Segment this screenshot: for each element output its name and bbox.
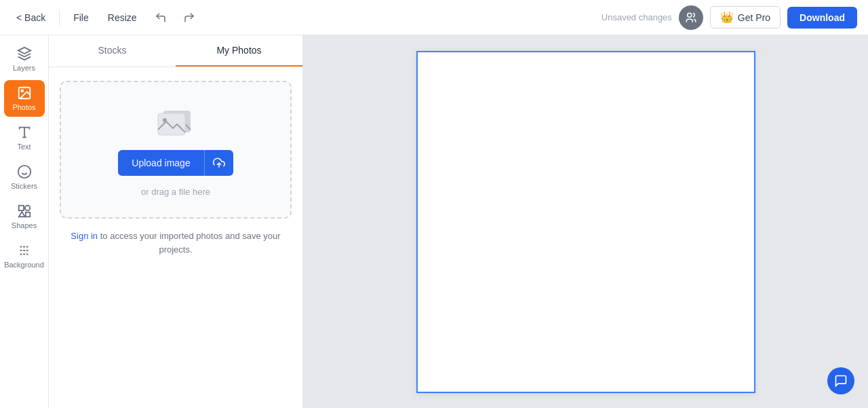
unsaved-changes-text: Unsaved changes [601,12,672,22]
svg-rect-12 [25,212,29,217]
background-label: Background [4,261,44,269]
svg-point-10 [24,206,29,210]
sidebar-item-stickers[interactable]: Stickers [4,159,45,196]
file-button[interactable]: File [68,10,94,26]
cloud-upload-icon [213,157,225,169]
redo-button[interactable] [179,7,199,28]
sidebar-item-shapes[interactable]: Shapes [4,198,45,235]
svg-rect-9 [18,206,23,210]
svg-point-6 [18,166,30,178]
signin-note: Sign in to access your imported photos a… [60,229,292,256]
stickers-label: Stickers [11,182,37,190]
layers-icon [17,46,32,61]
background-icon [17,243,32,258]
photos-icon [17,86,32,100]
svg-marker-11 [18,212,24,217]
upload-image-button[interactable]: Upload image [118,150,203,176]
canvas-document [416,51,755,393]
redo-icon [183,12,195,24]
layers-label: Layers [13,64,35,72]
topbar-divider [59,10,60,26]
sidebar-item-background[interactable]: Background [4,238,45,274]
shapes-label: Shapes [12,221,37,229]
download-button[interactable]: Download [787,7,857,29]
stickers-icon [17,164,32,179]
sidebar-item-text[interactable]: Text [4,119,45,156]
get-pro-label: Get Pro [738,12,770,23]
svg-point-3 [21,90,23,92]
upload-icon-area [154,103,197,139]
icon-sidebar: Layers Photos Text Stickers Shapes Backg… [0,35,49,408]
back-label: < Back [16,12,45,23]
panel: Stocks My Photos [49,35,303,408]
chat-icon [834,374,848,388]
text-icon [17,125,32,140]
tab-stocks[interactable]: Stocks [49,35,176,67]
svg-marker-1 [18,48,30,54]
main-area: Layers Photos Text Stickers Shapes Backg… [0,35,868,408]
signin-link[interactable]: Sign in [71,231,100,241]
text-label: Text [17,143,31,151]
photos-label: Photos [12,103,35,111]
canvas-area [303,35,868,408]
people-icon [685,12,697,24]
upload-cloud-button[interactable] [204,150,233,176]
topbar-left: < Back File Resize [11,7,199,28]
svg-point-0 [688,13,692,17]
undo-button[interactable] [151,7,171,28]
shapes-icon [17,204,32,219]
back-button[interactable]: < Back [11,10,51,26]
upload-zone: Upload image or drag a file here [60,81,292,219]
avatar-button[interactable] [679,5,703,30]
undo-icon [155,12,167,24]
sidebar-item-layers[interactable]: Layers [4,41,45,77]
get-pro-button[interactable]: 👑 Get Pro [710,6,781,29]
resize-button[interactable]: Resize [102,10,142,26]
topbar-right: Unsaved changes 👑 Get Pro Download [601,5,857,30]
chat-button[interactable] [827,367,854,394]
crown-icon: 👑 [720,11,734,24]
topbar: < Back File Resize Unsaved changes 👑 Get… [0,0,868,35]
tab-my-photos[interactable]: My Photos [176,35,302,67]
svg-rect-18 [158,113,185,135]
upload-button-row: Upload image [118,150,233,176]
panel-tabs: Stocks My Photos [49,35,302,67]
sidebar-item-photos[interactable]: Photos [4,80,45,117]
drag-text: or drag a file here [141,187,210,197]
panel-content: Upload image or drag a file here Sign in… [49,67,302,408]
photos-placeholder-icon [154,103,197,139]
